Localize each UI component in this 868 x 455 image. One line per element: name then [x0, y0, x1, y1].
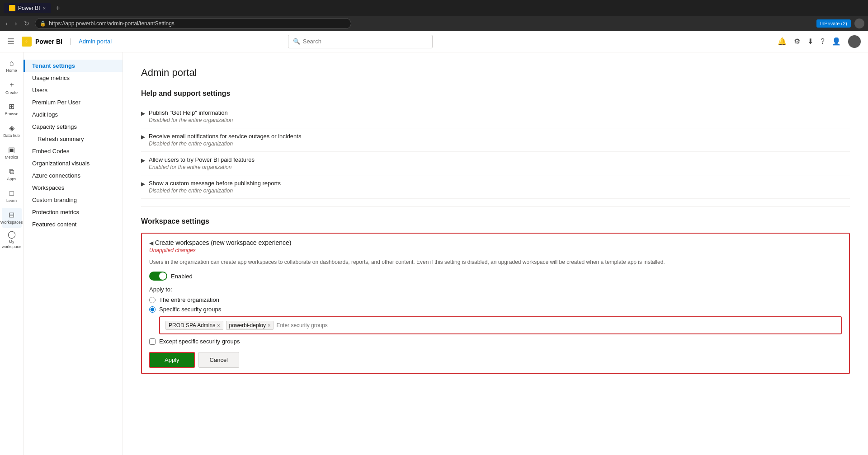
search-box[interactable]: 🔍: [288, 35, 433, 48]
except-checkbox[interactable]: [149, 338, 156, 345]
icon-nav: ⌂ Home ＋ Create ⊞ Browse ◈ Data hub ▣ Me…: [0, 52, 24, 455]
setting-custom-message[interactable]: ▶ Show a custom message before publishin…: [141, 175, 850, 199]
workspace-section: Workspace settings ◀ Create workspaces (…: [141, 217, 850, 374]
except-checkbox-row[interactable]: Except specific security groups: [149, 338, 842, 345]
chevron-icon: ▶: [141, 181, 145, 187]
sidebar-item-org-visuals[interactable]: Organizational visuals: [24, 157, 123, 169]
sidebar-item-featured-content[interactable]: Featured content: [24, 218, 123, 230]
create-icon: ＋: [8, 80, 15, 89]
help-section: Help and support settings ▶ Publish "Get…: [141, 89, 850, 199]
search-input[interactable]: [303, 38, 428, 45]
download-icon[interactable]: ⬇: [807, 37, 813, 46]
cancel-button[interactable]: Cancel: [198, 352, 239, 368]
help-icon[interactable]: ?: [821, 38, 825, 46]
nav-separator: |: [70, 38, 71, 46]
sidebar-item-tenant-settings[interactable]: Tenant settings: [24, 60, 123, 72]
forward-button[interactable]: ›: [13, 19, 19, 28]
nav-learn[interactable]: □ Learn: [2, 186, 22, 206]
browse-icon: ⊞: [9, 102, 14, 111]
brand-logo: ⚡: [22, 37, 32, 47]
sidebar-item-premium-per-user[interactable]: Premium Per User: [24, 96, 123, 108]
apply-to-label: Apply to:: [149, 286, 842, 293]
brand: ⚡ Power BI: [22, 37, 62, 47]
main-content: Admin portal Help and support settings ▶…: [123, 52, 868, 455]
sidebar-item-workspaces[interactable]: Workspaces: [24, 182, 123, 194]
sidebar-item-capacity-settings[interactable]: Capacity settings: [24, 121, 123, 133]
hamburger-menu[interactable]: ☰: [7, 37, 14, 47]
enabled-toggle[interactable]: [149, 272, 167, 281]
tab-favicon: [9, 5, 15, 11]
tag-powerbi-deploy-remove[interactable]: ×: [268, 323, 270, 328]
address-bar: ‹ › ↻ 🔒 https://app.powerbi.com/admin-po…: [0, 16, 868, 31]
radio-specific-groups[interactable]: Specific security groups: [149, 306, 842, 313]
nav-right: 🔔 ⚙ ⬇ ? 👤: [778, 35, 861, 48]
sidebar: Tenant settings Usage metrics Users Prem…: [24, 52, 123, 455]
data-hub-icon: ◈: [9, 124, 14, 132]
setting-email-notifications[interactable]: ▶ Receive email notifications for servic…: [141, 128, 850, 152]
workspace-setting-description: Users in the organization can create app…: [149, 258, 842, 266]
nav-metrics[interactable]: ▣ Metrics: [2, 143, 22, 163]
nav-browse[interactable]: ⊞ Browse: [2, 99, 22, 119]
chevron-icon: ▶: [141, 110, 145, 117]
tab-close-button[interactable]: ×: [43, 5, 46, 11]
sidebar-item-audit-logs[interactable]: Audit logs: [24, 108, 123, 121]
sidebar-item-embed-codes[interactable]: Embed Codes: [24, 145, 123, 157]
tag-prod-spa-label: PROD SPA Admins: [169, 322, 215, 328]
nav-apps[interactable]: ⧉ Apps: [2, 164, 22, 184]
workspace-section-title: Workspace settings: [141, 217, 850, 225]
setting-allow-paid[interactable]: ▶ Allow users to try Power BI paid featu…: [141, 152, 850, 175]
security-groups-input[interactable]: [276, 322, 835, 328]
sidebar-item-custom-branding[interactable]: Custom branding: [24, 194, 123, 206]
help-section-title: Help and support settings: [141, 89, 850, 98]
browser-chrome: Power BI × +: [0, 0, 868, 16]
radio-specific-groups-input[interactable]: [149, 306, 156, 313]
chevron-icon: ▶: [141, 157, 145, 164]
browser-avatar[interactable]: [854, 19, 864, 28]
back-button[interactable]: ‹: [4, 19, 9, 28]
metrics-icon: ▣: [8, 145, 15, 154]
sidebar-item-usage-metrics[interactable]: Usage metrics: [24, 72, 123, 84]
home-icon: ⌂: [9, 59, 14, 67]
refresh-button[interactable]: ↻: [22, 19, 31, 28]
sidebar-item-refresh-summary[interactable]: Refresh summary: [24, 133, 123, 145]
chevron-icon: ◀: [149, 240, 153, 246]
page-title: Admin portal: [141, 67, 850, 79]
sidebar-item-azure-connections[interactable]: Azure connections: [24, 169, 123, 182]
sidebar-item-protection-metrics[interactable]: Protection metrics: [24, 206, 123, 218]
tag-powerbi-deploy: powerbi-deploy ×: [226, 321, 274, 330]
sidebar-item-users[interactable]: Users: [24, 84, 123, 96]
workspace-setting-header[interactable]: ◀ Create workspaces (new workspace exper…: [149, 239, 842, 246]
nav-workspaces[interactable]: ⊟ Workspaces: [2, 208, 22, 228]
radio-entire-org-label: The entire organization: [159, 296, 219, 303]
top-nav: ☰ ⚡ Power BI | Admin portal 🔍 🔔 ⚙ ⬇ ? 👤: [0, 31, 868, 52]
new-tab-button[interactable]: +: [53, 4, 62, 12]
url-box[interactable]: 🔒 https://app.powerbi.com/admin-portal/t…: [35, 18, 351, 29]
security-groups-box[interactable]: PROD SPA Admins × powerbi-deploy ×: [159, 316, 842, 334]
tab-title: Power BI: [18, 5, 40, 11]
notifications-icon[interactable]: 🔔: [778, 37, 787, 46]
nav-create[interactable]: ＋ Create: [2, 78, 22, 98]
workspace-setting-box: ◀ Create workspaces (new workspace exper…: [141, 233, 850, 374]
tag-prod-spa-remove[interactable]: ×: [217, 323, 220, 328]
setting-publish-help[interactable]: ▶ Publish "Get Help" information Disable…: [141, 105, 850, 128]
chevron-icon: ▶: [141, 134, 145, 140]
learn-icon: □: [9, 189, 14, 197]
apps-icon: ⧉: [9, 168, 14, 176]
app-shell: ☰ ⚡ Power BI | Admin portal 🔍 🔔 ⚙ ⬇ ? 👤 …: [0, 31, 868, 455]
nav-my-workspace[interactable]: ◯ My workspace: [2, 230, 22, 249]
nav-home[interactable]: ⌂ Home: [2, 56, 22, 76]
user-avatar[interactable]: [848, 35, 861, 48]
radio-entire-org[interactable]: The entire organization: [149, 296, 842, 303]
browser-actions: InPrivate (2): [816, 19, 864, 28]
radio-entire-org-input[interactable]: [149, 297, 156, 303]
tag-powerbi-deploy-label: powerbi-deploy: [229, 322, 266, 328]
admin-portal-link[interactable]: Admin portal: [79, 38, 112, 45]
active-tab[interactable]: Power BI ×: [4, 3, 51, 13]
apply-button[interactable]: Apply: [149, 352, 195, 368]
settings-icon[interactable]: ⚙: [794, 37, 800, 46]
nav-data-hub[interactable]: ◈ Data hub: [2, 121, 22, 141]
unapplied-changes-label: Unapplied changes: [149, 247, 842, 253]
radio-specific-groups-label: Specific security groups: [159, 306, 221, 313]
section-divider: [141, 206, 850, 206]
user-icon[interactable]: 👤: [832, 37, 841, 46]
